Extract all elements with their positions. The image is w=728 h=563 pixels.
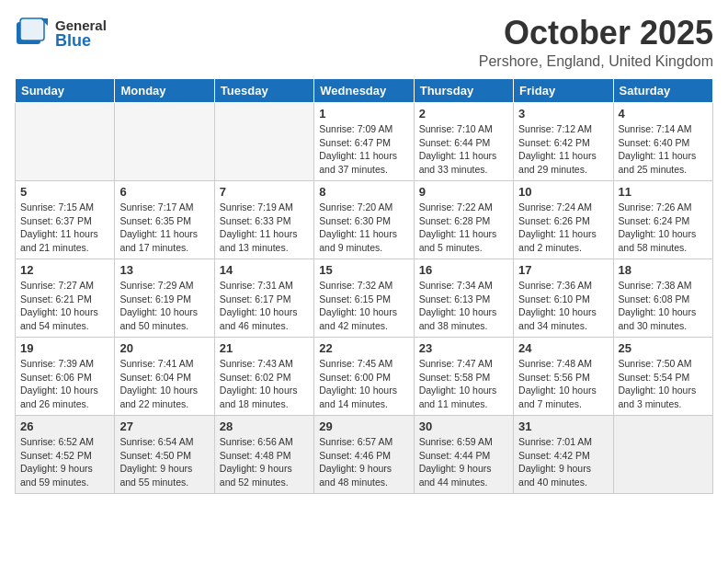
day-number: 10: [518, 185, 608, 199]
day-number: 31: [518, 419, 608, 433]
week-row-4: 19Sunrise: 7:39 AM Sunset: 6:06 PM Dayli…: [16, 338, 713, 416]
calendar-cell: 8Sunrise: 7:20 AM Sunset: 6:30 PM Daylig…: [314, 181, 414, 259]
day-info: Sunrise: 6:59 AM Sunset: 4:44 PM Dayligh…: [419, 435, 508, 489]
calendar-cell: 3Sunrise: 7:12 AM Sunset: 6:42 PM Daylig…: [514, 103, 613, 181]
day-number: 23: [419, 341, 508, 355]
day-info: Sunrise: 7:29 AM Sunset: 6:19 PM Dayligh…: [119, 279, 209, 333]
day-number: 2: [419, 107, 508, 121]
day-info: Sunrise: 7:27 AM Sunset: 6:21 PM Dayligh…: [20, 279, 109, 333]
day-number: 26: [20, 419, 109, 433]
day-info: Sunrise: 7:22 AM Sunset: 6:28 PM Dayligh…: [419, 201, 508, 255]
logo-icon: [15, 15, 51, 52]
day-number: 6: [119, 185, 209, 199]
calendar-cell: [214, 103, 313, 181]
calendar-cell: 25Sunrise: 7:50 AM Sunset: 5:54 PM Dayli…: [613, 338, 712, 416]
day-number: 3: [518, 107, 608, 121]
day-number: 13: [119, 263, 209, 277]
day-number: 14: [220, 263, 309, 277]
day-info: Sunrise: 7:39 AM Sunset: 6:06 PM Dayligh…: [20, 357, 109, 411]
day-number: 4: [619, 107, 708, 121]
calendar-cell: 15Sunrise: 7:32 AM Sunset: 6:15 PM Dayli…: [314, 259, 414, 338]
day-info: Sunrise: 7:31 AM Sunset: 6:17 PM Dayligh…: [220, 279, 309, 333]
day-number: 22: [319, 341, 408, 355]
day-number: 20: [119, 341, 209, 355]
day-info: Sunrise: 6:57 AM Sunset: 4:46 PM Dayligh…: [319, 435, 408, 489]
calendar-cell: 12Sunrise: 7:27 AM Sunset: 6:21 PM Dayli…: [16, 259, 115, 338]
calendar-cell: 10Sunrise: 7:24 AM Sunset: 6:26 PM Dayli…: [514, 181, 613, 259]
day-number: 16: [419, 263, 508, 277]
calendar-cell: 17Sunrise: 7:36 AM Sunset: 6:10 PM Dayli…: [514, 259, 613, 338]
day-info: Sunrise: 7:12 AM Sunset: 6:42 PM Dayligh…: [518, 122, 608, 177]
day-number: 17: [518, 263, 608, 277]
day-info: Sunrise: 7:01 AM Sunset: 4:42 PM Dayligh…: [518, 435, 608, 489]
calendar-cell: 31Sunrise: 7:01 AM Sunset: 4:42 PM Dayli…: [514, 416, 613, 494]
header: General Blue October 2025 Pershore, Engl…: [15, 15, 713, 70]
calendar-cell: 4Sunrise: 7:14 AM Sunset: 6:40 PM Daylig…: [613, 103, 712, 181]
calendar-cell: 29Sunrise: 6:57 AM Sunset: 4:46 PM Dayli…: [314, 416, 414, 494]
calendar-cell: 21Sunrise: 7:43 AM Sunset: 6:02 PM Dayli…: [214, 338, 313, 416]
week-row-2: 5Sunrise: 7:15 AM Sunset: 6:37 PM Daylig…: [16, 181, 713, 259]
calendar-cell: 23Sunrise: 7:47 AM Sunset: 5:58 PM Dayli…: [414, 338, 513, 416]
day-number: 25: [619, 341, 708, 355]
svg-rect-1: [20, 18, 44, 40]
day-number: 11: [619, 185, 708, 199]
day-info: Sunrise: 7:50 AM Sunset: 5:54 PM Dayligh…: [619, 357, 708, 411]
col-header-saturday: Saturday: [613, 79, 712, 103]
day-number: 27: [119, 419, 209, 433]
day-number: 28: [220, 419, 309, 433]
day-info: Sunrise: 6:52 AM Sunset: 4:52 PM Dayligh…: [20, 435, 109, 489]
calendar-cell: 6Sunrise: 7:17 AM Sunset: 6:35 PM Daylig…: [115, 181, 214, 259]
week-row-3: 12Sunrise: 7:27 AM Sunset: 6:21 PM Dayli…: [16, 259, 713, 338]
day-number: 12: [20, 263, 109, 277]
calendar-cell: 19Sunrise: 7:39 AM Sunset: 6:06 PM Dayli…: [16, 338, 115, 416]
day-number: 24: [518, 341, 608, 355]
calendar-cell: [115, 103, 214, 181]
day-info: Sunrise: 7:36 AM Sunset: 6:10 PM Dayligh…: [518, 279, 608, 333]
calendar-cell: 30Sunrise: 6:59 AM Sunset: 4:44 PM Dayli…: [414, 416, 513, 494]
day-number: 21: [220, 341, 309, 355]
calendar-cell: 9Sunrise: 7:22 AM Sunset: 6:28 PM Daylig…: [414, 181, 513, 259]
day-number: 18: [619, 263, 708, 277]
day-info: Sunrise: 7:24 AM Sunset: 6:26 PM Dayligh…: [518, 201, 608, 255]
week-row-5: 26Sunrise: 6:52 AM Sunset: 4:52 PM Dayli…: [16, 416, 713, 494]
day-number: 9: [419, 185, 508, 199]
day-number: 19: [20, 341, 109, 355]
day-info: Sunrise: 7:15 AM Sunset: 6:37 PM Dayligh…: [20, 201, 109, 255]
location: Pershore, England, United Kingdom: [97, 53, 713, 70]
day-info: Sunrise: 7:09 AM Sunset: 6:47 PM Dayligh…: [319, 122, 408, 177]
calendar: SundayMondayTuesdayWednesdayThursdayFrid…: [15, 79, 713, 495]
day-info: Sunrise: 7:45 AM Sunset: 6:00 PM Dayligh…: [319, 357, 408, 411]
day-number: 1: [319, 107, 408, 121]
calendar-cell: 22Sunrise: 7:45 AM Sunset: 6:00 PM Dayli…: [314, 338, 414, 416]
week-row-1: 1Sunrise: 7:09 AM Sunset: 6:47 PM Daylig…: [16, 103, 713, 181]
day-number: 8: [319, 185, 408, 199]
calendar-cell: 26Sunrise: 6:52 AM Sunset: 4:52 PM Dayli…: [16, 416, 115, 494]
day-info: Sunrise: 6:54 AM Sunset: 4:50 PM Dayligh…: [119, 435, 209, 489]
day-info: Sunrise: 7:34 AM Sunset: 6:13 PM Dayligh…: [419, 279, 508, 333]
col-header-tuesday: Tuesday: [214, 79, 313, 103]
month-title: October 2025: [97, 15, 713, 52]
calendar-cell: [613, 416, 712, 494]
day-info: Sunrise: 7:41 AM Sunset: 6:04 PM Dayligh…: [119, 357, 209, 411]
calendar-cell: 27Sunrise: 6:54 AM Sunset: 4:50 PM Dayli…: [115, 416, 214, 494]
calendar-cell: 28Sunrise: 6:56 AM Sunset: 4:48 PM Dayli…: [214, 416, 313, 494]
day-info: Sunrise: 7:20 AM Sunset: 6:30 PM Dayligh…: [319, 201, 408, 255]
day-number: 7: [220, 185, 309, 199]
day-info: Sunrise: 7:17 AM Sunset: 6:35 PM Dayligh…: [119, 201, 209, 255]
col-header-friday: Friday: [514, 79, 613, 103]
logo: General Blue: [15, 15, 97, 52]
calendar-cell: 1Sunrise: 7:09 AM Sunset: 6:47 PM Daylig…: [314, 103, 414, 181]
calendar-cell: 5Sunrise: 7:15 AM Sunset: 6:37 PM Daylig…: [16, 181, 115, 259]
day-info: Sunrise: 7:48 AM Sunset: 5:56 PM Dayligh…: [518, 357, 608, 411]
day-number: 30: [419, 419, 508, 433]
day-info: Sunrise: 7:26 AM Sunset: 6:24 PM Dayligh…: [619, 201, 708, 255]
calendar-cell: 2Sunrise: 7:10 AM Sunset: 6:44 PM Daylig…: [414, 103, 513, 181]
calendar-cell: 18Sunrise: 7:38 AM Sunset: 6:08 PM Dayli…: [613, 259, 712, 338]
calendar-cell: [16, 103, 115, 181]
calendar-cell: 13Sunrise: 7:29 AM Sunset: 6:19 PM Dayli…: [115, 259, 214, 338]
day-number: 29: [319, 419, 408, 433]
calendar-cell: 7Sunrise: 7:19 AM Sunset: 6:33 PM Daylig…: [214, 181, 313, 259]
day-info: Sunrise: 6:56 AM Sunset: 4:48 PM Dayligh…: [220, 435, 309, 489]
col-header-monday: Monday: [115, 79, 214, 103]
col-header-thursday: Thursday: [414, 79, 513, 103]
